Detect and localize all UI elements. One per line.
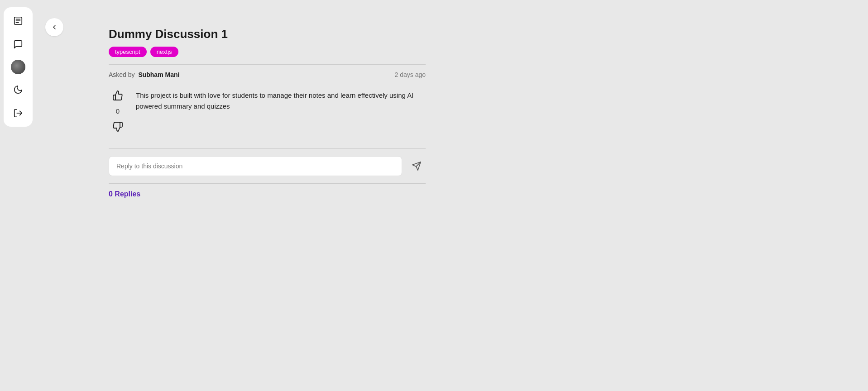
reply-input-row <box>109 156 426 176</box>
tag-nextjs[interactable]: nextjs <box>150 47 178 57</box>
tags-row: typescript nextjs <box>109 47 426 57</box>
avatar-icon[interactable] <box>11 60 25 74</box>
discussion-container: Dummy Discussion 1 typescript nextjs Ask… <box>109 27 426 198</box>
asked-by: Asked by Subham Mani <box>109 71 179 78</box>
title-divider <box>109 64 426 65</box>
vote-column: 0 <box>109 87 127 135</box>
post-body: 0 This project is built with love for st… <box>109 87 426 135</box>
vote-count: 0 <box>116 107 120 115</box>
replies-count: 0 Replies <box>109 190 140 198</box>
reply-top-divider <box>109 148 426 149</box>
reply-bottom-divider <box>109 183 426 184</box>
discussion-title: Dummy Discussion 1 <box>109 27 426 41</box>
author-name: Subham Mani <box>138 71 179 78</box>
avatar-image <box>11 60 25 74</box>
main-content: Dummy Discussion 1 typescript nextjs Ask… <box>72 0 868 391</box>
downvote-button[interactable] <box>110 119 126 135</box>
chat-icon[interactable] <box>10 36 26 52</box>
notes-icon[interactable] <box>10 13 26 29</box>
reply-section: 0 Replies <box>109 148 426 198</box>
send-reply-button[interactable] <box>408 157 426 175</box>
post-body-text: This project is built with love for stud… <box>136 87 426 135</box>
tag-typescript[interactable]: typescript <box>109 47 147 57</box>
reply-input[interactable] <box>109 156 402 176</box>
moon-icon[interactable] <box>10 81 26 98</box>
meta-row: Asked by Subham Mani 2 days ago <box>109 71 426 78</box>
sidebar <box>0 0 36 391</box>
logout-icon[interactable] <box>10 105 26 121</box>
upvote-button[interactable] <box>110 87 126 104</box>
back-button-area <box>36 0 72 391</box>
back-button[interactable] <box>45 18 63 36</box>
sidebar-card <box>4 7 33 127</box>
time-ago: 2 days ago <box>395 71 426 78</box>
